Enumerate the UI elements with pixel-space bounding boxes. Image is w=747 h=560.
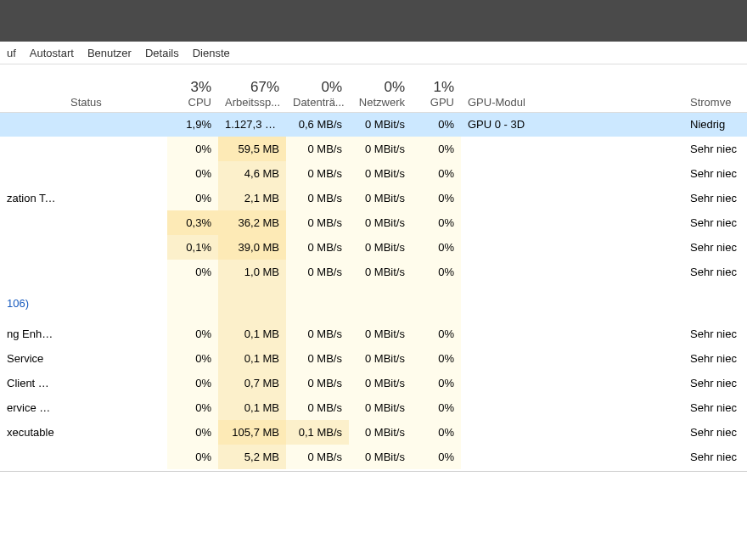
table-row[interactable]: 0%1,0 MB0 MB/s0 MBit/s0%Sehr niec xyxy=(0,260,747,284)
gpu-module-cell xyxy=(461,137,683,161)
status-cell xyxy=(64,284,167,322)
table-row[interactable]: 0%59,5 MB0 MB/s0 MBit/s0%Sehr niec xyxy=(0,137,747,161)
cpu-cell: 1,9% xyxy=(167,112,218,137)
network-cell: 0 MBit/s xyxy=(349,395,412,420)
process-table-wrap: Status 3%CPU 67%Arbeitssp... 0%Datenträ.… xyxy=(0,64,747,472)
col-header-name[interactable] xyxy=(0,64,64,112)
tabs-row: uf Autostart Benutzer Details Dienste xyxy=(0,42,747,64)
memory-cell: 2,1 MB xyxy=(218,186,286,210)
disk-cell: 0 MB/s xyxy=(286,395,349,420)
cpu-cell: 0% xyxy=(167,445,218,469)
disk-cell: 0 MB/s xyxy=(286,260,349,284)
status-cell xyxy=(64,186,167,210)
col-header-status[interactable]: Status xyxy=(64,64,167,112)
tab-details[interactable]: Details xyxy=(138,42,186,64)
cpu-cell: 0% xyxy=(167,395,218,420)
process-name-cell xyxy=(0,137,64,161)
power-cell: Sehr niec xyxy=(683,445,747,469)
table-row[interactable]: 1,9%1.127,3 MB0,6 MB/s0 MBit/s0%GPU 0 - … xyxy=(0,112,747,137)
process-name-cell: zation Tool xyxy=(0,186,64,210)
power-cell: Sehr niec xyxy=(683,161,747,186)
network-cell: 0 MBit/s xyxy=(349,235,412,260)
process-name-cell: xecutable xyxy=(0,420,64,445)
status-cell xyxy=(64,420,167,445)
table-row[interactable]: zation Tool0%2,1 MB0 MB/s0 MBit/s0%Sehr … xyxy=(0,186,747,210)
table-row[interactable]: Service0%0,1 MB0 MB/s0 MBit/s0%Sehr niec xyxy=(0,346,747,371)
status-cell xyxy=(64,235,167,260)
status-cell xyxy=(64,445,167,469)
memory-cell: 5,2 MB xyxy=(218,445,286,469)
gpu-module-cell xyxy=(461,346,683,371)
status-cell xyxy=(64,260,167,284)
process-name-cell: Client Mo... xyxy=(0,371,64,395)
status-cell xyxy=(64,371,167,395)
gpu-module-cell xyxy=(461,235,683,260)
memory-cell: 39,0 MB xyxy=(218,235,286,260)
status-cell xyxy=(64,161,167,186)
col-header-network[interactable]: 0%Netzwerk xyxy=(349,64,412,112)
gpu-cell: 0% xyxy=(412,260,461,284)
gpu-module-cell xyxy=(461,371,683,395)
col-header-gpu-module[interactable]: GPU-Modul xyxy=(461,64,683,112)
table-row[interactable]: Client Mo...0%0,7 MB0 MB/s0 MBit/s0%Sehr… xyxy=(0,371,747,395)
cpu-cell: 0,3% xyxy=(167,210,218,235)
table-row[interactable]: 106) xyxy=(0,284,747,322)
col-header-cpu[interactable]: 3%CPU xyxy=(167,64,218,112)
cpu-cell: 0% xyxy=(167,371,218,395)
tab-truncated[interactable]: uf xyxy=(0,42,23,64)
network-cell: 0 MBit/s xyxy=(349,186,412,210)
gpu-module-cell xyxy=(461,284,683,322)
memory-cell: 36,2 MB xyxy=(218,210,286,235)
memory-cell: 0,1 MB xyxy=(218,322,286,346)
gpu-cell: 0% xyxy=(412,112,461,137)
gpu-cell: 0% xyxy=(412,445,461,469)
table-row[interactable]: ng Enhan...0%0,1 MB0 MB/s0 MBit/s0%Sehr … xyxy=(0,322,747,346)
col-header-power[interactable]: Stromve xyxy=(683,64,747,112)
process-name-cell: Service xyxy=(0,346,64,371)
table-row[interactable]: 0,3%36,2 MB0 MB/s0 MBit/s0%Sehr niec xyxy=(0,210,747,235)
col-header-gpu[interactable]: 1%GPU xyxy=(412,64,461,112)
titlebar xyxy=(0,0,747,42)
network-cell: 0 MBit/s xyxy=(349,420,412,445)
power-cell: Sehr niec xyxy=(683,346,747,371)
tab-benutzer[interactable]: Benutzer xyxy=(81,42,138,64)
gpu-cell: 0% xyxy=(412,346,461,371)
disk-cell: 0 MB/s xyxy=(286,346,349,371)
status-cell xyxy=(64,322,167,346)
table-row[interactable]: ervice M...0%0,1 MB0 MB/s0 MBit/s0%Sehr … xyxy=(0,395,747,420)
memory-cell: 105,7 MB xyxy=(218,420,286,445)
gpu-cell xyxy=(412,284,461,322)
memory-cell: 0,7 MB xyxy=(218,371,286,395)
power-cell: Sehr niec xyxy=(683,395,747,420)
table-row[interactable]: 0%4,6 MB0 MB/s0 MBit/s0%Sehr niec xyxy=(0,161,747,186)
process-name-cell xyxy=(0,161,64,186)
power-cell: Sehr niec xyxy=(683,371,747,395)
power-cell: Niedrig xyxy=(683,112,747,137)
table-row[interactable]: 0%5,2 MB0 MB/s0 MBit/s0%Sehr niec xyxy=(0,445,747,469)
process-name-cell xyxy=(0,445,64,469)
gpu-module-cell: GPU 0 - 3D xyxy=(461,112,683,137)
gpu-cell: 0% xyxy=(412,210,461,235)
table-row[interactable]: xecutable0%105,7 MB0,1 MB/s0 MBit/s0%Seh… xyxy=(0,420,747,445)
status-cell xyxy=(64,210,167,235)
memory-cell: 0,1 MB xyxy=(218,395,286,420)
disk-cell xyxy=(286,284,349,322)
tab-dienste[interactable]: Dienste xyxy=(186,42,237,64)
cpu-cell: 0% xyxy=(167,186,218,210)
process-name-cell xyxy=(0,260,64,284)
disk-cell: 0,1 MB/s xyxy=(286,420,349,445)
cpu-cell xyxy=(167,284,218,322)
cpu-cell: 0% xyxy=(167,420,218,445)
disk-cell: 0 MB/s xyxy=(286,322,349,346)
col-header-memory[interactable]: 67%Arbeitssp... xyxy=(218,64,286,112)
power-cell: Sehr niec xyxy=(683,322,747,346)
gpu-module-cell xyxy=(461,161,683,186)
memory-cell: 4,6 MB xyxy=(218,161,286,186)
col-header-disk[interactable]: 0%Datenträ... xyxy=(286,64,349,112)
tab-autostart[interactable]: Autostart xyxy=(23,42,81,64)
gpu-cell: 0% xyxy=(412,235,461,260)
table-row[interactable]: 0,1%39,0 MB0 MB/s0 MBit/s0%Sehr niec xyxy=(0,235,747,260)
status-cell xyxy=(64,137,167,161)
network-cell: 0 MBit/s xyxy=(349,445,412,469)
process-name-cell: ervice M... xyxy=(0,395,64,420)
